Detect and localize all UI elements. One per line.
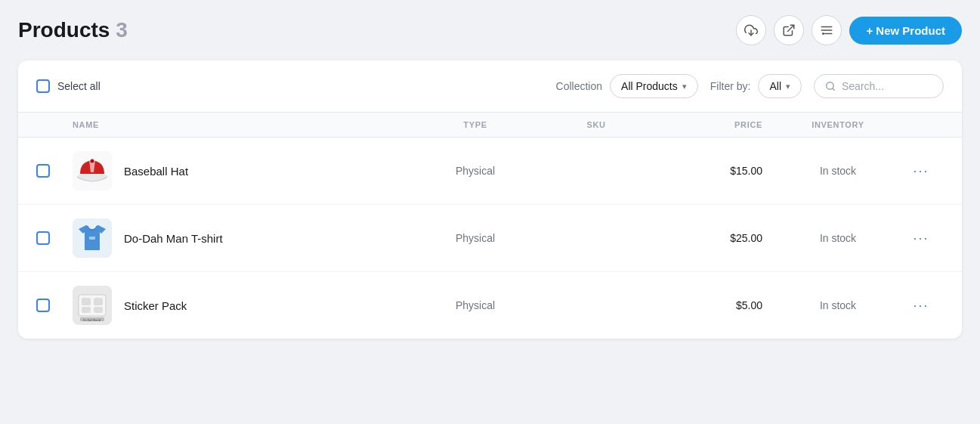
svg-rect-16 [94, 298, 103, 305]
table-header: NAME TYPE SKU PRICE INVENTORY [18, 113, 962, 138]
collection-label: Collection [556, 80, 602, 92]
toolbar: Select all Collection All Products ▾ Fil… [18, 60, 962, 113]
select-all-label[interactable]: Select all [57, 80, 100, 92]
table-row: Do-Dah Man★ Sticker Pack Physical $5.00 … [18, 272, 962, 339]
product-type-1: Physical [415, 165, 536, 177]
product-type-2: Physical [415, 232, 536, 244]
collection-chevron-icon: ▾ [682, 82, 687, 91]
row-checkbox-1[interactable] [36, 164, 50, 178]
more-options-button-1[interactable]: ··· [907, 160, 935, 182]
filter-dropdown[interactable]: All ▾ [758, 74, 802, 98]
page-title: Products 3 [18, 18, 128, 42]
product-name-cell-1: Baseball Hat [73, 151, 415, 190]
product-price-1: $15.00 [657, 165, 778, 177]
row-checkbox-2[interactable] [36, 231, 50, 245]
collection-wrap: Collection All Products ▾ [556, 74, 698, 98]
table-row: Do-Dah Man T-shirt Physical $25.00 In st… [18, 205, 962, 272]
product-name-3: Sticker Pack [124, 299, 187, 312]
collection-dropdown[interactable]: All Products ▾ [610, 74, 698, 98]
search-icon [825, 81, 836, 91]
select-all-wrap: Select all [36, 79, 100, 93]
product-name-2: Do-Dah Man T-shirt [124, 232, 223, 245]
import-button[interactable] [736, 15, 766, 45]
filter-label: Filter by: [710, 80, 751, 92]
svg-rect-15 [82, 298, 91, 305]
product-thumbnail-1 [73, 151, 112, 190]
col-header-price: PRICE [657, 120, 778, 129]
export-button[interactable] [774, 15, 804, 45]
products-card: Select all Collection All Products ▾ Fil… [18, 60, 962, 339]
product-name-cell-3: Do-Dah Man★ Sticker Pack [73, 286, 415, 325]
tshirt-image [73, 218, 112, 258]
svg-line-1 [788, 25, 794, 31]
product-name-1: Baseball Hat [124, 165, 188, 178]
svg-rect-12 [89, 237, 95, 240]
col-header-name: NAME [73, 120, 415, 129]
page-header: Products 3 [18, 15, 962, 45]
select-all-checkbox[interactable] [36, 79, 50, 93]
row-checkbox-3[interactable] [36, 299, 50, 312]
more-options-button-2[interactable]: ··· [907, 227, 935, 249]
svg-point-5 [822, 32, 824, 35]
svg-line-7 [833, 88, 835, 91]
search-wrap [814, 74, 944, 98]
col-header-type: TYPE [415, 120, 536, 129]
product-price-2: $25.00 [657, 232, 778, 244]
svg-rect-18 [94, 307, 103, 313]
new-product-button[interactable]: + New Product [849, 17, 962, 45]
settings-icon [820, 23, 833, 37]
filter-chevron-icon: ▾ [786, 82, 790, 91]
import-icon [744, 23, 758, 37]
hat-image [73, 151, 112, 190]
svg-point-10 [91, 159, 94, 163]
svg-rect-17 [82, 307, 91, 313]
search-input[interactable] [842, 80, 932, 92]
settings-button[interactable] [812, 15, 842, 45]
col-header-sku: SKU [536, 120, 657, 129]
col-header-inventory: INVENTORY [778, 120, 898, 129]
product-thumbnail-3: Do-Dah Man★ [73, 286, 112, 325]
product-inventory-3: In stock [778, 299, 898, 311]
product-inventory-1: In stock [778, 165, 898, 177]
product-name-cell-2: Do-Dah Man T-shirt [73, 218, 415, 258]
product-thumbnail-2 [73, 218, 112, 258]
export-icon [782, 23, 796, 37]
product-price-3: $5.00 [657, 299, 778, 311]
sticker-image: Do-Dah Man★ [73, 286, 112, 325]
svg-text:Do-Dah Man★: Do-Dah Man★ [83, 319, 101, 322]
header-actions: + New Product [736, 15, 962, 45]
table-row: Baseball Hat Physical $15.00 In stock ··… [18, 138, 962, 205]
filter-wrap: Filter by: All ▾ [710, 74, 802, 98]
product-actions-3: ··· [898, 295, 944, 317]
product-type-3: Physical [415, 299, 536, 311]
product-actions-2: ··· [898, 227, 944, 249]
more-options-button-3[interactable]: ··· [907, 295, 935, 317]
product-inventory-2: In stock [778, 232, 898, 244]
product-actions-1: ··· [898, 160, 944, 182]
